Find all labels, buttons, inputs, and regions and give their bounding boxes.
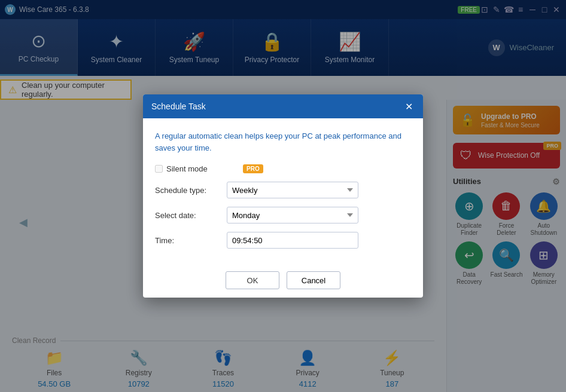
dialog-description: A regular automatic clean helps keep you…: [155, 130, 411, 154]
time-input[interactable]: [227, 232, 358, 249]
modal-overlay: Schedule Task ✕ A regular automatic clea…: [0, 0, 566, 392]
dialog-header: Schedule Task ✕: [143, 94, 423, 118]
dialog-body: A regular automatic clean helps keep you…: [143, 118, 423, 263]
schedule-type-label: Schedule type:: [155, 186, 227, 195]
time-row: Time:: [155, 232, 411, 249]
dialog-close-button[interactable]: ✕: [403, 100, 415, 112]
silent-mode-label: Silent mode: [166, 164, 238, 173]
cancel-button[interactable]: Cancel: [287, 271, 340, 289]
silent-mode-row: Silent mode PRO: [155, 164, 411, 173]
select-date-row: Select date: Monday Tuesday Wednesday Th…: [155, 207, 411, 223]
desc-before: A regular automatic clean: [155, 131, 245, 140]
time-label: Time:: [155, 236, 227, 245]
dialog-title: Schedule Task: [151, 102, 206, 111]
pro-tag: PRO: [243, 164, 263, 173]
schedule-type-row: Schedule type: Daily Weekly Monthly: [155, 182, 411, 198]
dialog-footer: OK Cancel: [143, 263, 423, 298]
select-date-select[interactable]: Monday Tuesday Wednesday Thursday Friday…: [227, 207, 358, 223]
ok-button[interactable]: OK: [226, 271, 279, 289]
schedule-type-select[interactable]: Daily Weekly Monthly: [227, 182, 358, 198]
schedule-task-dialog: Schedule Task ✕ A regular automatic clea…: [143, 94, 423, 298]
select-date-label: Select date:: [155, 211, 227, 220]
silent-mode-checkbox[interactable]: [155, 165, 163, 173]
